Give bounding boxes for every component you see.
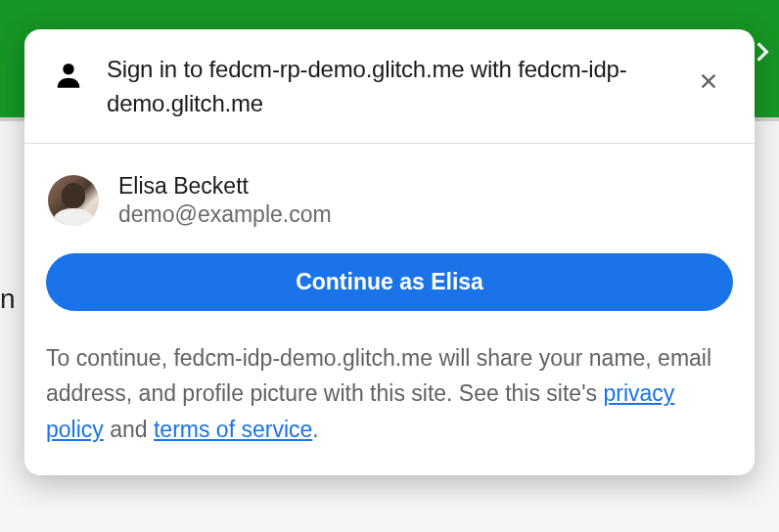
account-row[interactable]: Elisa Beckett demo@example.com (46, 173, 733, 253)
avatar (48, 175, 99, 226)
dialog-body: Elisa Beckett demo@example.com Continue … (24, 144, 755, 475)
dialog-title: Sign in to fedcm-rp-demo.glitch.me with … (107, 53, 668, 121)
terms-of-service-link[interactable]: terms of service (154, 417, 312, 442)
close-button[interactable] (690, 63, 727, 100)
fedcm-signin-dialog: Sign in to fedcm-rp-demo.glitch.me with … (24, 29, 755, 475)
person-icon (52, 59, 85, 92)
background-text-fragment: n (0, 284, 16, 315)
disclosure-suffix: . (312, 417, 318, 442)
svg-point-2 (63, 64, 73, 74)
disclosure-middle: and (104, 417, 154, 442)
account-info: Elisa Beckett demo@example.com (118, 173, 332, 228)
continue-button[interactable]: Continue as Elisa (46, 253, 733, 311)
disclosure-text: To continue, fedcm-idp-demo.glitch.me wi… (46, 340, 733, 448)
account-email: demo@example.com (118, 201, 332, 228)
account-name: Elisa Beckett (118, 173, 332, 200)
dialog-header: Sign in to fedcm-rp-demo.glitch.me with … (24, 29, 755, 144)
